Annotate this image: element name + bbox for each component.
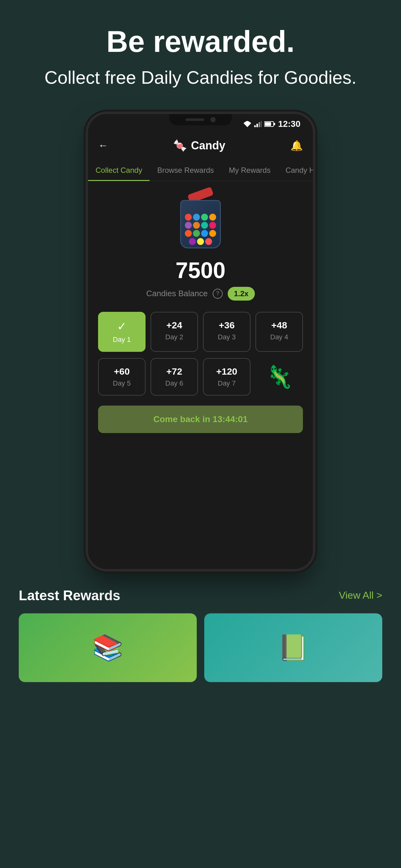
tab-my-rewards[interactable]: My Rewards	[222, 160, 278, 181]
candy-jar-area	[98, 194, 303, 250]
notification-bell-icon[interactable]: 🔔	[291, 140, 303, 152]
battery-icon	[264, 121, 275, 127]
streak-card-day2[interactable]: +24 Day 2	[151, 312, 198, 352]
reward-card-img-2: 📗	[204, 613, 382, 682]
streak-day4-label: Day 4	[261, 333, 297, 341]
streak-card-day4[interactable]: +48 Day 4	[256, 312, 303, 352]
candy-ball	[185, 230, 192, 237]
multiplier-badge: 1.2x	[228, 287, 255, 301]
balance-row: Candies Balance ? 1.2x	[98, 287, 303, 301]
svg-rect-3	[261, 121, 262, 127]
candy-ball	[185, 222, 192, 229]
phone-wrapper: 12:30 ← 🍬 Candy 🔔 Collect Candy Browse R…	[0, 101, 401, 569]
streak-day2-label: Day 2	[156, 333, 192, 341]
streak-day5-value: +60	[104, 366, 140, 377]
svg-rect-5	[274, 123, 275, 125]
candy-ball	[209, 230, 216, 237]
status-time: 12:30	[278, 119, 300, 129]
streak-grid-row1: ✓ Day 1 +24 Day 2 +36 Day 3 +48 Day 4	[98, 312, 303, 352]
view-all-link[interactable]: View All >	[339, 590, 382, 601]
check-icon: ✓	[104, 320, 140, 333]
rewards-grid: 📚 📗	[19, 613, 382, 682]
streak-card-day1[interactable]: ✓ Day 1	[98, 312, 145, 352]
phone-screen: ← 🍬 Candy 🔔 Collect Candy Browse Rewards…	[88, 131, 313, 569]
reward-book-icon: 📚	[92, 633, 123, 662]
candy-jar-illustration	[175, 194, 226, 250]
reward-book-icon-2: 📗	[278, 633, 309, 662]
wifi-icon	[243, 121, 252, 127]
speaker	[186, 118, 204, 121]
phone-device: 12:30 ← 🍬 Candy 🔔 Collect Candy Browse R…	[88, 114, 313, 569]
tabs-row: Collect Candy Browse Rewards My Rewards …	[88, 160, 313, 181]
svg-rect-6	[265, 122, 271, 126]
streak-day4-value: +48	[261, 320, 297, 331]
streak-day7-value: +120	[209, 366, 245, 377]
candy-ball	[205, 238, 212, 245]
streak-day5-label: Day 5	[104, 379, 140, 388]
streak-day3-label: Day 3	[209, 333, 245, 341]
back-button[interactable]: ←	[98, 140, 108, 151]
status-icons: 12:30	[243, 119, 300, 129]
streak-day1-label: Day 1	[104, 336, 140, 344]
status-bar: 12:30	[88, 114, 313, 131]
candy-balls-container	[181, 211, 220, 247]
candy-ball	[209, 222, 216, 229]
streak-day2-value: +24	[156, 320, 192, 331]
streak-card-day5[interactable]: +60 Day 5	[98, 358, 145, 396]
signal-icon	[254, 121, 262, 127]
streak-card-day3[interactable]: +36 Day 3	[203, 312, 250, 352]
candy-ball	[201, 214, 208, 221]
reward-card-1[interactable]: 📚	[19, 613, 197, 682]
candy-ball	[209, 214, 216, 221]
hero-subtitle: Collect free Daily Candies for Goodies.	[19, 66, 382, 89]
streak-day6-label: Day 6	[156, 379, 192, 388]
comeback-button[interactable]: Come back in 13:44:01	[98, 406, 303, 433]
help-icon[interactable]: ?	[213, 289, 223, 299]
candy-ball	[201, 230, 208, 237]
svg-rect-1	[257, 124, 258, 127]
hero-title: Be rewarded.	[19, 25, 382, 58]
balance-amount: 7500	[98, 257, 303, 283]
latest-rewards-title: Latest Rewards	[19, 588, 120, 603]
candy-ball	[197, 238, 204, 245]
candy-ball	[201, 222, 208, 229]
app-title: Candy	[191, 139, 225, 152]
balance-label: Candies Balance	[146, 289, 208, 299]
candy-jar-app-icon: 🍬	[173, 139, 187, 152]
tab-collect-candy[interactable]: Collect Candy	[88, 160, 149, 181]
phone-notch	[169, 114, 232, 125]
streak-grid-row2: +60 Day 5 +72 Day 6 +120 Day 7 🦎	[98, 358, 303, 396]
front-camera	[210, 117, 215, 122]
candy-ball	[189, 238, 196, 245]
tab-browse-rewards[interactable]: Browse Rewards	[149, 160, 221, 181]
streak-card-day7[interactable]: +120 Day 7	[203, 358, 250, 396]
svg-rect-0	[254, 125, 256, 127]
streak-day6-value: +72	[156, 366, 192, 377]
jar-body	[180, 200, 221, 248]
app-title-row: 🍬 Candy	[173, 139, 225, 152]
streak-day3-value: +36	[209, 320, 245, 331]
candy-ball	[193, 214, 200, 221]
reward-card-2[interactable]: 📗	[204, 613, 382, 682]
streak-day7-label: Day 7	[209, 379, 245, 388]
below-phone-section: Latest Rewards View All > 📚 📗	[0, 569, 401, 694]
tab-candy-h[interactable]: Candy H	[278, 160, 313, 181]
gecko-mascot: 🦎	[256, 358, 303, 396]
streak-card-day6[interactable]: +72 Day 6	[151, 358, 198, 396]
main-content: 7500 Candies Balance ? 1.2x ✓ Day 1 +24 …	[88, 181, 313, 443]
reward-card-img-1: 📚	[19, 613, 197, 682]
candy-ball	[193, 222, 200, 229]
latest-rewards-header: Latest Rewards View All >	[19, 588, 382, 603]
app-header: ← 🍬 Candy 🔔	[88, 131, 313, 160]
candy-ball	[193, 230, 200, 237]
svg-rect-2	[259, 122, 260, 127]
candy-ball	[185, 214, 192, 221]
hero-section: Be rewarded. Collect free Daily Candies …	[0, 0, 401, 101]
